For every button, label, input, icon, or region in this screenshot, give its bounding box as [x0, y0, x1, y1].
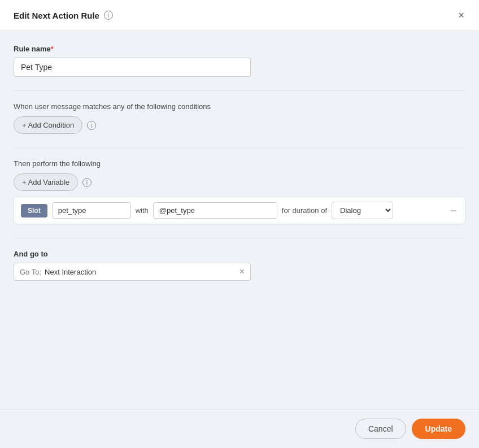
- then-info-icon[interactable]: i: [82, 178, 92, 187]
- with-label: with: [136, 206, 149, 215]
- conditions-label: When user message matches any of the fol…: [14, 102, 465, 111]
- and-go-to-label: And go to: [14, 250, 465, 258]
- modal-body: Rule name* When user message matches any…: [0, 31, 479, 409]
- divider-2: [14, 147, 465, 148]
- rule-name-input[interactable]: [14, 58, 251, 77]
- slot-value-input[interactable]: [153, 202, 277, 219]
- modal-title-row: Edit Next Action Rule i: [14, 11, 113, 20]
- go-to-field: Go To: Next Interaction ×: [14, 263, 251, 281]
- cancel-button[interactable]: Cancel: [355, 419, 406, 439]
- add-variable-button[interactable]: + Add Variable: [14, 173, 78, 191]
- add-condition-button[interactable]: + Add Condition: [14, 116, 82, 134]
- then-label: Then perform the following: [14, 159, 465, 168]
- modal-footer: Cancel Update: [0, 409, 479, 448]
- duration-label: for duration of: [282, 206, 327, 215]
- and-go-to-section: And go to Go To: Next Interaction ×: [14, 250, 465, 281]
- slot-row: Slot with for duration of Dialog Session…: [14, 197, 465, 224]
- edit-rule-modal: Edit Next Action Rule i × Rule name* Whe…: [0, 0, 479, 448]
- modal-header: Edit Next Action Rule i ×: [0, 0, 479, 31]
- modal-title-info-icon[interactable]: i: [104, 11, 113, 20]
- add-variable-row: + Add Variable i: [14, 173, 465, 191]
- slot-name-input[interactable]: [52, 202, 131, 219]
- conditions-section: When user message matches any of the fol…: [14, 102, 465, 134]
- duration-select[interactable]: Dialog Session Request: [332, 202, 393, 219]
- then-section: Then perform the following + Add Variabl…: [14, 159, 465, 224]
- update-button[interactable]: Update: [412, 419, 465, 439]
- modal-close-button[interactable]: ×: [455, 9, 468, 21]
- add-condition-row: + Add Condition i: [14, 116, 465, 134]
- remove-slot-button[interactable]: −: [449, 204, 458, 218]
- divider-3: [14, 238, 465, 238]
- rule-name-section: Rule name*: [14, 45, 465, 77]
- conditions-info-icon[interactable]: i: [87, 121, 96, 130]
- rule-name-label: Rule name*: [14, 45, 465, 53]
- slot-badge: Slot: [21, 204, 47, 218]
- go-to-value: Next Interaction: [45, 268, 236, 276]
- go-to-clear-button[interactable]: ×: [240, 267, 245, 276]
- go-to-prefix: Go To:: [20, 268, 41, 276]
- divider-1: [14, 90, 465, 91]
- modal-title: Edit Next Action Rule: [14, 11, 99, 20]
